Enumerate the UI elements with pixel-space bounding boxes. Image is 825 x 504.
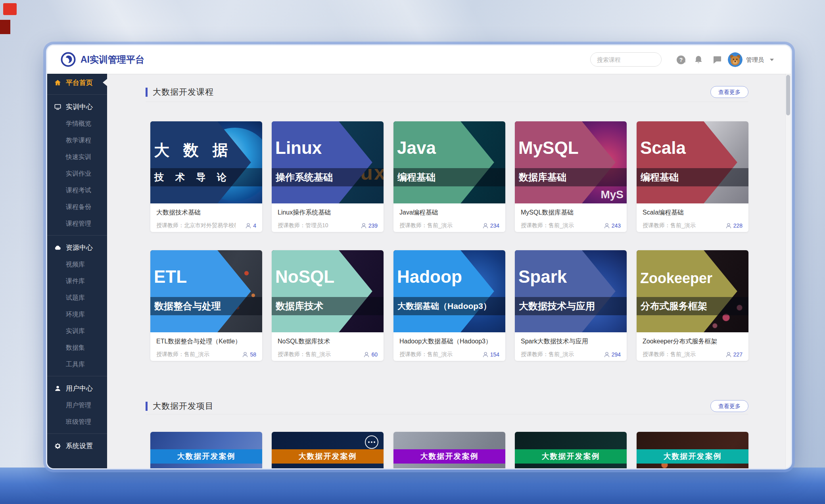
sidebar-item-study-overview[interactable]: 学情概览	[47, 115, 107, 132]
teacher-label: 授课教师：售前_演示	[399, 222, 453, 229]
search-input[interactable]	[591, 56, 678, 63]
sidebar-item-question-library[interactable]: 试题库	[47, 289, 107, 306]
search-box	[590, 52, 662, 67]
sidebar-group-training-center[interactable]: 实训中心	[47, 98, 107, 115]
project-banner: 大数据开发案例	[393, 449, 505, 464]
project-banner: 大数据开发案例	[637, 449, 748, 464]
course-card[interactable]: 数据库技术 NoSQL NoSQL数据库技术 授课教师：售前_演示 60	[272, 250, 384, 361]
card-image-subtitle: 数据库基础	[515, 168, 627, 186]
project-card[interactable]: 大数据开发案例	[150, 432, 262, 468]
sidebar-item-label: 平台首页	[66, 78, 93, 87]
app-title: AI实训管理平台	[81, 46, 144, 74]
card-image-title: Java	[397, 138, 436, 158]
card-title: Java编程基础	[399, 209, 499, 217]
project-card[interactable]: 大数据开发案例	[637, 432, 748, 468]
sidebar-item-training-library[interactable]: 实训库	[47, 323, 107, 339]
app-window: AI实训管理平台 ?	[47, 46, 791, 468]
sidebar-group-label: 实训中心	[66, 102, 93, 111]
chevron-down-icon[interactable]	[770, 59, 774, 61]
card-image: 大数据基础（Hadoop3） Hadoop	[393, 250, 505, 332]
course-card[interactable]: 编程基础 Scala Scala编程基础 授课教师：售前_演示 228	[637, 121, 748, 232]
card-image-subtitle: 操作系统基础	[272, 168, 384, 186]
course-card[interactable]: 分布式服务框架 Zookeeper Zookeeper分布式服务框架 授课教师：…	[637, 250, 748, 361]
sidebar-item-home[interactable]: 平台首页	[47, 74, 107, 91]
teacher-label: 授课教师：售前_演示	[521, 351, 574, 358]
sidebar-group-label: 用户中心	[66, 384, 93, 393]
scrollbar-thumb[interactable]	[786, 75, 790, 115]
app-logo-icon	[61, 52, 76, 67]
user-name[interactable]: 管理员	[746, 46, 764, 74]
course-card[interactable]: 技 术 导 论 大 数 据 大数据技术基础 授课教师：北京市对外贸易学校教...…	[150, 121, 262, 232]
card-image-subtitle: 大数据基础（Hadoop3）	[393, 297, 505, 315]
section-divider	[146, 414, 748, 414]
sidebar-group-user-center[interactable]: 用户中心	[47, 379, 107, 397]
course-card[interactable]: MyS 数据库基础 MySQL MySQL数据库基础 授课教师：售前_演示 24…	[515, 121, 627, 232]
section-accent-bar	[146, 88, 148, 97]
course-section-header: 大数据开发课程 查看更多	[146, 86, 748, 98]
message-icon[interactable]	[712, 55, 722, 65]
course-card[interactable]: 大数据技术与应用 Spark Spark大数据技术与应用 授课教师：售前_演示 …	[515, 250, 627, 361]
enrollment-count: 243	[604, 222, 621, 229]
course-card[interactable]: Linux 操作系统基础 Linux Linux操作系统基础 授课教师：管理员1…	[272, 121, 384, 232]
sidebar-item-course-backup[interactable]: 课程备份	[47, 199, 107, 215]
card-image-title: 大 数 据	[154, 140, 233, 161]
card-image-title: ETL	[154, 267, 187, 287]
sidebar-divider	[47, 235, 107, 236]
card-image-subtitle: 分布式服务框架	[637, 297, 748, 315]
wallpaper-bottom-band	[0, 468, 825, 504]
teacher-label: 授课教师：售前_演示	[399, 351, 453, 358]
teacher-label: 授课教师：售前_演示	[278, 351, 331, 358]
course-card[interactable]: 大数据基础（Hadoop3） Hadoop Hadoop大数据基础（Hadoop…	[393, 250, 505, 361]
sidebar-item-datasets[interactable]: 数据集	[47, 339, 107, 356]
more-options-icon[interactable]	[365, 435, 378, 449]
section-title: 大数据开发项目	[153, 401, 214, 412]
sidebar-item-video-library[interactable]: 视频库	[47, 256, 107, 273]
home-icon	[54, 79, 61, 86]
card-image: Linux 操作系统基础 Linux	[272, 121, 384, 203]
sidebar-item-course-management[interactable]: 课程管理	[47, 215, 107, 232]
card-image-subtitle: 技 术 导 论	[150, 168, 262, 186]
scrollbar-track[interactable]	[785, 74, 791, 468]
card-image-title: NoSQL	[275, 267, 334, 287]
svg-text:?: ?	[679, 57, 683, 63]
sidebar-item-teaching-courses[interactable]: 教学课程	[47, 132, 107, 149]
person-icon	[604, 351, 610, 358]
sidebar-item-course-exams[interactable]: 课程考试	[47, 182, 107, 199]
enrollment-count: 4	[245, 222, 256, 229]
sidebar-item-class-management[interactable]: 班级管理	[47, 414, 107, 430]
help-icon[interactable]: ?	[676, 55, 686, 65]
desktop-wallpaper: AI实训管理平台 ?	[0, 0, 825, 504]
enrollment-count: 234	[482, 222, 499, 229]
sidebar-group-system-settings[interactable]: 系统设置	[47, 437, 107, 454]
sidebar-item-courseware-library[interactable]: 课件库	[47, 273, 107, 289]
course-card[interactable]: 编程基础 Java Java编程基础 授课教师：售前_演示 234	[393, 121, 505, 232]
sidebar-item-quick-training[interactable]: 快速实训	[47, 149, 107, 165]
card-image: 大数据开发案例	[150, 432, 262, 468]
sidebar-group-resource-center[interactable]: 资源中心	[47, 239, 107, 256]
course-card[interactable]: 数据整合与处理 ETL ETL数据整合与处理（Kettle） 授课教师：售前_演…	[150, 250, 262, 361]
card-image-title: Linux	[275, 138, 322, 158]
card-image-subtitle: 数据库技术	[272, 297, 384, 315]
sidebar-item-user-management[interactable]: 用户管理	[47, 397, 107, 414]
card-title: ETL数据整合与处理（Kettle）	[156, 337, 256, 346]
sidebar-item-environment-library[interactable]: 环境库	[47, 306, 107, 323]
teacher-label: 授课教师：售前_演示	[643, 222, 696, 229]
person-icon	[242, 351, 248, 358]
person-icon	[725, 351, 732, 358]
person-icon	[482, 351, 489, 358]
card-title: Hadoop大数据基础（Hadoop3）	[399, 337, 499, 346]
sidebar-group-label: 系统设置	[66, 441, 93, 450]
view-more-button[interactable]: 查看更多	[710, 400, 748, 412]
project-banner: 大数据开发案例	[272, 449, 384, 464]
sidebar-item-training-homework[interactable]: 实训作业	[47, 165, 107, 182]
card-image-title: Hadoop	[397, 267, 462, 287]
notification-bell-icon[interactable]	[693, 55, 704, 65]
project-card[interactable]: 大数据开发案例	[393, 432, 505, 468]
enrollment-count: 228	[725, 222, 742, 229]
project-card[interactable]: 大数据开发案例	[515, 432, 627, 468]
user-avatar[interactable]	[728, 52, 742, 67]
view-more-button[interactable]: 查看更多	[710, 86, 748, 98]
project-card[interactable]: 大数据开发案例	[272, 432, 384, 468]
sidebar-group-label: 资源中心	[66, 243, 93, 252]
sidebar-item-tool-library[interactable]: 工具库	[47, 356, 107, 373]
